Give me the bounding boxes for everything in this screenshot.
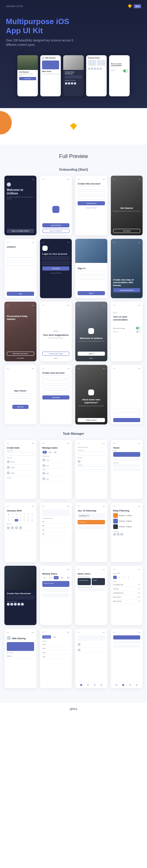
price-badge: $38 (134, 4, 141, 8)
screen-todo: 9:27●●●ProcessingDoneTo-do list○ Item○ I… (40, 629, 72, 688)
sketch-icon (70, 123, 77, 130)
screen-imaginations: 9:27●●●UxStoreYour best imaginationsWe a… (40, 302, 72, 361)
screen-daily-planning: 9:27●●●Daily Planning02:40 pm - 4:40 pm1… (111, 503, 143, 562)
screen-get-started: 9:27●●●Get StartedDownload and sign up/f… (111, 176, 143, 235)
screen-day-view: 9:27●●●Jan, 25 SaturdayKnowledge Sharing… (75, 503, 107, 562)
screen-weekly: 9:27●●●Weekly PlansSatSunTueMonWedDesign… (40, 566, 72, 625)
screen-login-account: 9:27●●●Login to Your AccountGet StartedL… (40, 239, 72, 299)
hero-mockups: Get StartedDownload and sign up for your… (6, 55, 141, 96)
screen-hey-there: 9:27●●●Hey There!Next Now (4, 365, 36, 425)
mockup-phone: Create New ReminderAssignee Teammate (63, 55, 84, 96)
mockup-phone: Popular Shots (86, 55, 107, 96)
task-manager-title: Task Manager (4, 432, 143, 435)
task-grid-2: 9:27●●●Mila SlavingMain TasksTask item 9… (4, 629, 143, 688)
sketch-badge-section (0, 108, 147, 145)
task-grid: 9:27●●●Create taskTask NameTask matePers… (4, 440, 143, 625)
screen-extra1: 9:27●●● (75, 629, 107, 688)
screen-login-icon: 9:27●●●Login via EmailLogin via Facebook (40, 176, 72, 235)
screen-hello-john: 9:27●●●Hello John!Your plans on this day… (75, 566, 107, 625)
screen-task-detail: 9:27●●●Digital ManagementTask NameAssign… (75, 440, 107, 499)
screen-uxstore: 9:27●●●UxStoreNext (4, 239, 36, 299)
mockup-phone: Turn on your conversationFull access (109, 55, 130, 96)
hero-subtitle: Over 100 beautifully designed key screen… (6, 38, 77, 47)
screen-manage-tasks: 9:27●●●Manage tasksAllABDevelopmentTaskT… (40, 440, 72, 499)
screen-signin-photo: Sign inSign in (75, 239, 107, 299)
screen-habits: 9:27●●●Personalized Daily HabbitsRemembe… (4, 302, 36, 361)
screen-calendar: 9:27●●●January 2020MTWTFSS12345678910111… (4, 503, 36, 562)
screen-turn-on: 9:27●●●UxStoreTurn on your conversationF… (111, 302, 143, 361)
onboarding-grid: 9:27●●●Welcome to UxStoreThe biggest of … (4, 176, 143, 361)
watermark: gfxtra (0, 703, 147, 715)
screen-tasks-month: 9:27●●●January 20203456TasksUX employee … (111, 566, 143, 625)
orange-circle-decoration (0, 111, 12, 134)
screen-create-account: 9:27●●●Create New AccountCreate accountC… (75, 176, 107, 235)
screen-create-task: 9:27●●●Create taskTask NameTask matePers… (4, 440, 36, 499)
onboarding-grid-2: 9:27●●●Hey There!Next Now 9:27●●●Create … (4, 365, 143, 425)
hero-title: Multipurpose iOSApp UI Kit (6, 17, 141, 35)
screen-blank: 9:27●●● (111, 365, 143, 425)
mockup-phone: Mila SlavingMain Tasks (40, 55, 61, 96)
screen-welcome: 9:27●●●Welcome to UxStoreThe biggest of … (4, 176, 36, 235)
screen-experience: 9:27●●●Need some new experience?Get orga… (75, 365, 107, 425)
screen-mila: 9:27●●●Mila SlavingMain TasksTask item (4, 629, 36, 688)
onboarding-title: Onboarding [Start] (4, 168, 143, 171)
screen-conversation: 9:27●●●Create new way of conversation wi… (111, 239, 143, 299)
brand-name: Genesis UI Kit (6, 5, 23, 8)
screen-extra2: 9:27●●● (111, 629, 143, 688)
preview-title: Full Preview (4, 153, 143, 159)
screen-create-new: 9:27●●●Create new accountGet Started (40, 365, 72, 425)
screen-reminder: Create New ReminderAssignee Teammate (4, 566, 36, 625)
sketch-icon (128, 4, 132, 8)
screen-welcome-uxstore: 9:27●●●Welcome to UxStoreJust be the one… (75, 302, 107, 361)
mockup-phone: Get StartedDownload and sign up for your… (17, 55, 38, 96)
screen-tasks-list: 9:27●●●TasksTodayYesterday (111, 440, 143, 499)
screen-knowledge: 9:27●●●Knowledge SharingItemItemItemItem (40, 503, 72, 562)
badges: $38 (128, 4, 141, 8)
